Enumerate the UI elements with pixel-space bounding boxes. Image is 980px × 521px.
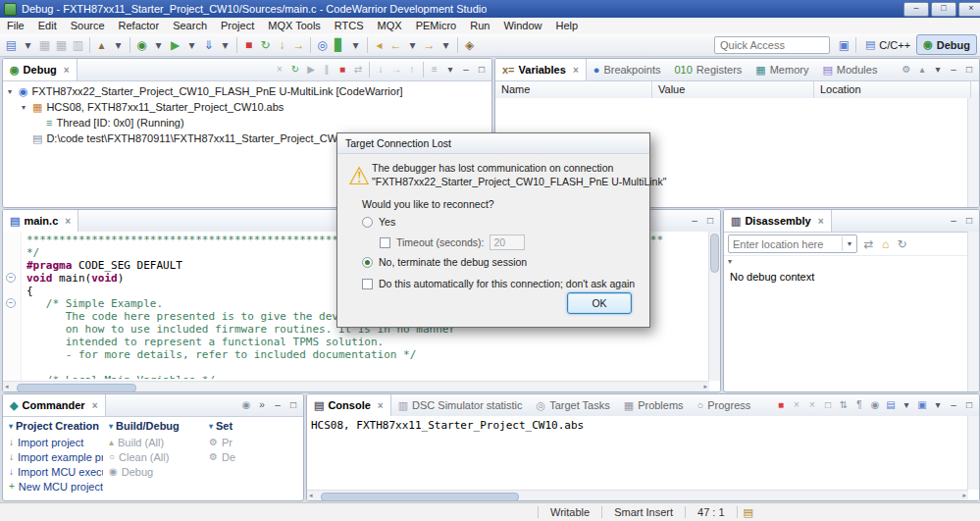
commander-section-header[interactable]: ▾Set [209, 420, 303, 432]
display-console-dropdown-icon[interactable]: ▾ [899, 397, 914, 413]
flash-dropdown-icon[interactable]: ▾ [217, 36, 233, 53]
back-dropdown-icon[interactable]: ▾ [404, 36, 421, 53]
remove-launch-icon[interactable]: × [789, 397, 804, 413]
vertical-scrollbar[interactable] [967, 98, 979, 207]
clear-console-icon[interactable]: □ [820, 397, 836, 413]
vertical-scrollbar[interactable] [967, 416, 979, 490]
scrollbar-thumb[interactable] [321, 493, 519, 501]
close-button[interactable]: × [958, 2, 980, 17]
restart-icon[interactable]: ↻ [287, 62, 303, 78]
settings-icon[interactable]: ⚙ [899, 62, 914, 78]
fold-collapse-icon[interactable]: − [6, 273, 16, 283]
scroll-right-icon[interactable]: ▸ [703, 383, 707, 391]
scrollbar-thumb[interactable] [17, 384, 136, 392]
commander-section-header[interactable]: ▾Build/Debug [109, 420, 203, 432]
home-icon[interactable]: ⌂ [877, 235, 894, 252]
save-all-icon[interactable]: ▦ [53, 36, 70, 53]
menu-pemicro[interactable]: PEMicro [409, 18, 464, 33]
timeout-checkbox[interactable] [380, 237, 390, 248]
debug-dropdown-icon[interactable]: ▾ [150, 36, 167, 53]
debug-tree-row[interactable]: ▾◉FXTH87xx22_Starter_Project_CW10_FLASH_… [3, 83, 491, 99]
terminate-icon[interactable]: ■ [240, 36, 257, 53]
maximize-icon[interactable]: □ [285, 397, 301, 413]
print-icon[interactable]: ▥ [70, 36, 86, 53]
resume-icon[interactable]: ▶ [303, 62, 319, 78]
scrollbar-thumb[interactable] [710, 234, 719, 273]
menu-window[interactable]: Window [496, 18, 548, 33]
menu-run[interactable]: Run [463, 18, 496, 33]
collapse-all-icon[interactable]: ▴ [914, 62, 930, 78]
commander-item-import-example-project[interactable]: ↓Import example project [9, 449, 103, 464]
radio-yes[interactable] [362, 217, 373, 228]
scroll-left-icon[interactable]: ◂ [309, 492, 313, 499]
column-header-value[interactable]: Value [652, 81, 814, 99]
mark-occurrences-icon[interactable]: ▊ [331, 36, 347, 53]
close-tab-icon[interactable]: × [818, 216, 824, 227]
column-header-location[interactable]: Location [814, 81, 971, 99]
tab-dsc-simulator-statistic[interactable]: ▥DSC Simulator statistic [391, 394, 530, 416]
location-input[interactable]: Enter location here ▾ [728, 234, 857, 253]
tab-debug[interactable]: ◉Debug× [3, 59, 77, 80]
close-tab-icon[interactable]: × [65, 216, 71, 227]
tab-main-c[interactable]: ▤main.c× [3, 210, 78, 232]
view-menu-icon[interactable]: ▾ [442, 62, 458, 78]
tab-registers[interactable]: 010Registers [667, 59, 748, 80]
section-collapse-icon[interactable]: ▾ [209, 422, 213, 431]
menu-help[interactable]: Help [549, 18, 586, 33]
section-collapse-icon[interactable]: ▾ [9, 422, 13, 431]
profiler-icon[interactable]: ◈ [461, 36, 478, 53]
tab-modules[interactable]: ▤Modules [815, 59, 884, 80]
menu-project[interactable]: Project [214, 18, 261, 33]
suspend-icon[interactable]: ∥ [319, 62, 335, 78]
fold-collapse-icon[interactable]: − [6, 298, 16, 308]
perspective-cpp-button[interactable]: ▤ C/C++ [859, 35, 916, 54]
tab-memory[interactable]: ▦Memory [748, 59, 815, 80]
horizontal-scrollbar[interactable]: ◂ ▸ [3, 381, 709, 391]
debug-icon[interactable]: ◉ [133, 36, 150, 53]
new-dropdown-icon[interactable]: ▾ [20, 36, 36, 53]
debug-tree-row[interactable]: ▾▦HCS08, FXTH87xx11_Starter_Project_CW10… [3, 99, 491, 115]
vertical-scrollbar[interactable] [967, 232, 979, 391]
open-console-dropdown-icon[interactable]: ▾ [930, 397, 946, 413]
tab-progress[interactable]: ○Progress [691, 394, 758, 416]
close-tab-icon[interactable]: × [64, 65, 70, 76]
terminate-icon[interactable]: ■ [773, 397, 789, 413]
maximize-icon[interactable]: □ [961, 213, 977, 229]
close-tab-icon[interactable]: × [92, 400, 98, 411]
tab-disassembly[interactable]: ▥Disassembly× [724, 210, 832, 232]
run-dropdown-icon[interactable]: ▾ [183, 36, 200, 53]
menu-rtcs[interactable]: RTCS [328, 18, 371, 33]
toolbar-overflow-icon[interactable]: ▾ [724, 256, 979, 267]
step-over-icon[interactable]: → [388, 62, 404, 78]
tree-expand-icon[interactable]: ▾ [5, 87, 15, 96]
tree-expand-icon[interactable]: ▾ [19, 103, 28, 112]
disconnect-icon[interactable]: ⇄ [350, 62, 366, 78]
build-all-icon[interactable]: ▴ [93, 36, 110, 53]
close-tab-icon[interactable]: × [573, 65, 579, 76]
commander-item-import-mcu-executable-file[interactable]: ↓Import MCU executable file [9, 464, 103, 479]
reconnect-yes-option[interactable]: Yes [362, 216, 395, 228]
view-menu-icon[interactable]: ▾ [930, 62, 946, 78]
maximize-icon[interactable]: □ [961, 397, 977, 413]
menu-mqx-tools[interactable]: MQX Tools [261, 18, 328, 33]
menu-search[interactable]: Search [166, 18, 214, 33]
terminate-icon[interactable]: ■ [335, 62, 350, 78]
commander-item-import-project[interactable]: ↓Import project [9, 435, 103, 449]
word-wrap-icon[interactable]: ¶ [851, 397, 867, 413]
build-dropdown-icon[interactable]: ▾ [110, 36, 127, 53]
maximize-button[interactable]: □ [931, 2, 956, 17]
section-collapse-icon[interactable]: ▾ [109, 422, 113, 431]
instruction-stepping-icon[interactable]: ≡ [427, 62, 442, 78]
minimize-icon[interactable]: – [687, 213, 702, 229]
save-icon[interactable]: ▦ [36, 36, 53, 53]
scroll-lock-icon[interactable]: ⇅ [836, 397, 851, 413]
forward-dropdown-icon[interactable]: ▾ [438, 36, 454, 53]
search-icon[interactable]: ◎ [314, 36, 331, 53]
restart-icon[interactable]: ↻ [257, 36, 274, 53]
minimize-icon[interactable]: – [946, 62, 961, 78]
close-tab-icon[interactable]: × [378, 400, 384, 411]
minimize-icon[interactable]: – [946, 397, 961, 413]
dont-ask-checkbox[interactable] [362, 279, 373, 289]
remove-all-launches-icon[interactable]: × [804, 397, 820, 413]
tab-commander[interactable]: ◆Commander× [3, 394, 106, 416]
